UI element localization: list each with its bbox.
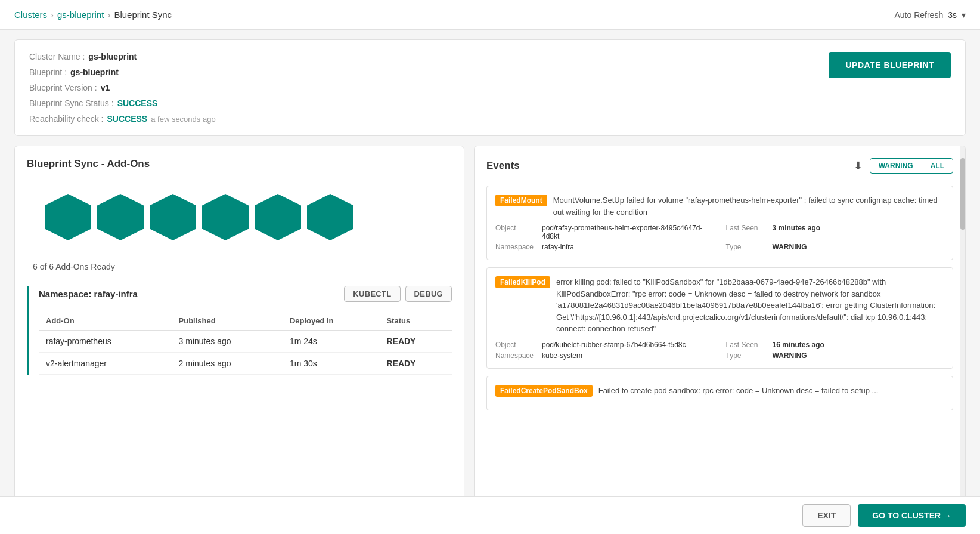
object-label: Object — [495, 341, 537, 349]
sync-status-value: SUCCESS — [117, 98, 158, 108]
addon-published: 2 minutes ago — [172, 353, 283, 375]
table-row: rafay-prometheus 3 minutes ago 1m 24s RE… — [39, 331, 452, 353]
namespace-title: Namespace: rafay-infra — [39, 289, 138, 299]
event-message: error killing pod: failed to "KillPodSan… — [556, 276, 944, 335]
event-badge: FailedMount — [495, 195, 547, 206]
bottom-bar: EXIT GO TO CLUSTER → — [0, 496, 980, 534]
hexagon-3 — [150, 194, 196, 240]
namespace-header: Namespace: rafay-infra KUBECTL DEBUG — [39, 286, 452, 302]
cluster-name-label: Cluster Name : — [29, 52, 85, 61]
breadcrumb-clusters[interactable]: Clusters — [14, 10, 47, 20]
event-card: FailedKillPod error killing pod: failed … — [486, 267, 953, 369]
event-meta-last-seen: Last Seen 16 minutes ago — [726, 341, 945, 349]
blueprint-version-label: Blueprint Version : — [29, 83, 97, 92]
event-top: FailedMount MountVolume.SetUp failed for… — [495, 195, 944, 218]
type-label: Type — [726, 243, 768, 251]
blueprint-version-row: Blueprint Version : v1 — [29, 83, 216, 92]
kubectl-button[interactable]: KUBECTL — [344, 286, 400, 302]
col-addon: Add-On — [39, 311, 172, 331]
namespace-section: Namespace: rafay-infra KUBECTL DEBUG Add… — [27, 286, 452, 375]
event-meta-object: Object pod/kubelet-rubber-stamp-67b4d6b6… — [495, 341, 714, 349]
table-row: v2-alertmanager 2 minutes ago 1m 30s REA… — [39, 353, 452, 375]
event-meta-namespace: Namespace kube-system — [495, 351, 714, 360]
filter-buttons: WARNING ALL — [870, 158, 953, 174]
go-to-cluster-button[interactable]: GO TO CLUSTER → — [858, 504, 966, 527]
addon-status: READY — [379, 331, 452, 353]
breadcrumb: Clusters › gs-blueprint › Blueprint Sync — [14, 10, 172, 20]
type-label: Type — [726, 351, 768, 360]
cluster-name-value: gs-blueprint — [88, 52, 137, 61]
event-card: FailedCreatePodSandBox Failed to create … — [486, 376, 953, 410]
reachability-label: Reachability check : — [29, 114, 104, 124]
col-published: Published — [172, 311, 283, 331]
info-fields: Cluster Name : gs-blueprint Blueprint : … — [29, 52, 216, 124]
left-panel: Blueprint Sync - Add-Ons 6 of 6 Add-Ons … — [14, 146, 464, 524]
namespace-value: kube-system — [542, 351, 582, 360]
events-controls: ⬇ WARNING ALL — [854, 158, 953, 174]
addons-ready-text: 6 of 6 Add-Ons Ready — [27, 262, 452, 271]
event-meta-type: Type WARNING — [726, 351, 945, 360]
auto-refresh-label: Auto Refresh — [894, 10, 943, 20]
hexagon-1 — [45, 194, 91, 240]
event-meta: Object pod/kubelet-rubber-stamp-67b4d6b6… — [495, 341, 944, 360]
breadcrumb-sep2: › — [107, 10, 110, 20]
addon-deployed-in: 1m 24s — [283, 331, 380, 353]
namespace-actions: KUBECTL DEBUG — [344, 286, 452, 302]
hexagon-5 — [255, 194, 301, 240]
breadcrumb-sep1: › — [51, 10, 54, 20]
breadcrumb-current: Blueprint Sync — [114, 10, 172, 20]
namespace-label: Namespace — [495, 243, 537, 251]
scrollbar[interactable] — [960, 146, 965, 524]
last-seen-label: Last Seen — [726, 224, 768, 240]
blueprint-row: Blueprint : gs-blueprint — [29, 67, 216, 77]
event-card: FailedMount MountVolume.SetUp failed for… — [486, 186, 953, 260]
events-container: FailedMount MountVolume.SetUp failed for… — [486, 186, 953, 410]
namespace-value: rafay-infra — [542, 243, 574, 251]
update-blueprint-button[interactable]: UPDATE BLUEPRINT — [829, 52, 951, 78]
scrollbar-thumb[interactable] — [960, 158, 965, 230]
addon-deployed-in: 1m 30s — [283, 353, 380, 375]
breadcrumb-gs-blueprint[interactable]: gs-blueprint — [57, 10, 104, 20]
event-meta: Object pod/rafay-prometheus-helm-exporte… — [495, 224, 944, 251]
filter-warning-button[interactable]: WARNING — [870, 159, 922, 173]
event-top: FailedKillPod error killing pod: failed … — [495, 276, 944, 335]
addon-published: 3 minutes ago — [172, 331, 283, 353]
event-message: Failed to create pod sandbox: rpc error:… — [598, 385, 879, 397]
sync-status-label: Blueprint Sync Status : — [29, 98, 114, 108]
object-label: Object — [495, 224, 537, 240]
hexagon-6 — [307, 194, 353, 240]
reachability-timestamp: a few seconds ago — [151, 115, 215, 124]
download-icon[interactable]: ⬇ — [854, 159, 863, 172]
event-meta-object: Object pod/rafay-prometheus-helm-exporte… — [495, 224, 714, 240]
blueprint-value: gs-blueprint — [70, 67, 119, 77]
hexagon-4 — [202, 194, 249, 240]
blueprint-version-value: v1 — [101, 83, 110, 92]
event-message: MountVolume.SetUp failed for volume "raf… — [553, 195, 944, 218]
hexagon-2 — [97, 194, 144, 240]
last-seen-value: 16 minutes ago — [773, 341, 824, 349]
events-header: Events ⬇ WARNING ALL — [486, 158, 953, 174]
exit-button[interactable]: EXIT — [802, 504, 851, 527]
auto-refresh-control[interactable]: Auto Refresh 3s ▾ — [894, 10, 966, 20]
namespace-label: Namespace — [495, 351, 537, 360]
object-value: pod/kubelet-rubber-stamp-67b4d6b664-t5d8… — [542, 341, 686, 349]
col-deployed: Deployed In — [283, 311, 380, 331]
type-value: WARNING — [773, 243, 807, 251]
cluster-name-row: Cluster Name : gs-blueprint — [29, 52, 216, 61]
filter-all-button[interactable]: ALL — [922, 159, 953, 173]
chevron-down-icon[interactable]: ▾ — [962, 10, 966, 20]
reachability-value: SUCCESS — [107, 114, 148, 124]
event-top: FailedCreatePodSandBox Failed to create … — [495, 385, 944, 397]
col-status: Status — [379, 311, 452, 331]
object-value: pod/rafay-prometheus-helm-exporter-8495c… — [542, 224, 714, 240]
reachability-row: Reachability check : SUCCESS a few secon… — [29, 114, 216, 124]
sync-status-row: Blueprint Sync Status : SUCCESS — [29, 98, 216, 108]
info-panel: Cluster Name : gs-blueprint Blueprint : … — [14, 39, 966, 136]
main-content: Blueprint Sync - Add-Ons 6 of 6 Add-Ons … — [14, 146, 966, 524]
addons-table: Add-On Published Deployed In Status rafa… — [39, 311, 452, 375]
left-panel-title: Blueprint Sync - Add-Ons — [27, 158, 452, 170]
event-meta-last-seen: Last Seen 3 minutes ago — [726, 224, 945, 240]
type-value: WARNING — [773, 351, 807, 360]
debug-button[interactable]: DEBUG — [405, 286, 452, 302]
events-title: Events — [486, 160, 520, 172]
